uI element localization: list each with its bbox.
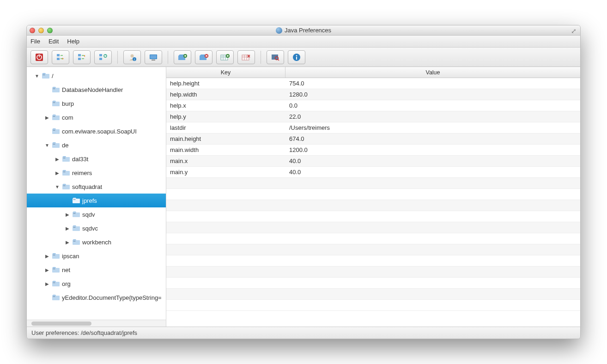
system-prefs-button[interactable] [145,50,162,64]
table-row[interactable]: main.width1200.0 [166,145,580,156]
folder-icon [62,156,70,162]
chevron-right-icon[interactable]: ▶ [44,254,50,259]
svg-rect-56 [53,269,55,269]
svg-rect-30 [53,89,55,89]
svg-rect-50 [73,227,76,228]
table-row[interactable]: help.x0.0 [166,100,580,111]
chevron-down-icon[interactable]: ▼ [55,184,60,189]
folder-icon [42,73,50,79]
table-row[interactable]: help.height754.0 [166,78,580,89]
chevron-right-icon[interactable]: ▶ [44,267,50,273]
tree-node-label: com [62,114,73,121]
app-icon [276,27,282,34]
svg-rect-15 [152,60,155,61]
search-button[interactable] [267,50,284,64]
zoom-icon[interactable] [47,28,53,33]
chevron-right-icon[interactable]: ▶ [44,115,50,120]
folder-icon [52,100,60,107]
user-prefs-button[interactable]: i [123,50,141,64]
folder-icon [62,170,70,176]
status-text: User preferences: /de/softquadrat/jprefs [31,329,137,336]
folder-icon [52,114,60,121]
folder-icon [52,86,60,93]
table-body[interactable]: help.height754.0help.width1280.0help.x0.… [166,78,580,327]
remove-node-button[interactable] [195,50,212,64]
cell-value: 40.0 [285,169,580,176]
minimize-icon[interactable] [38,28,44,33]
tree-import-button[interactable] [73,50,91,64]
folder-icon [52,280,60,287]
tree[interactable]: ▼/DatabaseNodeHandlerburp▶comcom.eviware… [27,67,166,320]
svg-rect-48 [73,213,76,214]
table-row-empty [166,211,580,222]
tree-node[interactable]: DatabaseNodeHandler [27,83,166,97]
tree-node[interactable]: ▶workbench [27,235,166,249]
tree-export-button[interactable] [52,50,69,64]
cell-value: 1280.0 [285,91,580,98]
tree-node[interactable]: ▼de [27,138,166,152]
column-header-value[interactable]: Value [285,67,580,78]
svg-rect-44 [63,186,66,186]
tree-node[interactable]: com.eviware.soapui.SoapUI [27,124,166,138]
toolbar-separator [168,51,168,64]
menu-help[interactable]: Help [67,38,79,45]
tree-node[interactable]: jprefs [27,194,166,207]
tree-node[interactable]: ▼/ [27,69,166,83]
tree-node[interactable]: ▶dal33t [27,152,166,166]
tree-node[interactable]: burp [27,97,166,110]
chevron-down-icon[interactable]: ▼ [44,143,50,148]
menu-file[interactable]: File [30,38,40,45]
tree-node[interactable]: ▶sqdv [27,207,166,221]
chevron-down-icon[interactable]: ▼ [34,73,40,79]
chevron-right-icon[interactable]: ▶ [44,281,50,286]
cell-value: 40.0 [285,158,580,164]
tree-node-label: / [52,73,54,79]
chevron-right-icon[interactable]: ▶ [65,240,70,245]
tree-refresh-button[interactable] [94,50,112,64]
scrollbar-thumb[interactable] [31,322,91,326]
tree-node[interactable]: yEdeditor.DocumentType{typeString= [27,291,166,304]
table-row-empty [166,233,580,244]
cell-key: main.x [166,158,285,164]
add-row-button[interactable] [216,50,234,64]
add-node-button[interactable] [174,50,191,64]
cell-key: lastdir [166,124,285,131]
window-controls [30,28,53,33]
table-row[interactable]: main.height674.0 [166,133,580,145]
table-row[interactable]: help.width1280.0 [166,89,580,100]
fullscreen-icon[interactable]: ⤢ [571,27,577,34]
cell-key: main.y [166,169,285,176]
menu-edit[interactable]: Edit [49,38,59,45]
info-button[interactable] [288,50,305,64]
chevron-right-icon[interactable]: ▶ [55,170,60,176]
tree-node-label: sqdvc [82,225,98,232]
tree-node-label: ipscan [62,253,79,260]
tree-node[interactable]: ▶ipscan [27,249,166,263]
chevron-right-icon[interactable]: ▶ [65,212,70,217]
content-area: ▼/DatabaseNodeHandlerburp▶comcom.eviware… [27,67,580,327]
power-button[interactable] [30,50,48,64]
table-row[interactable]: main.x40.0 [166,156,580,167]
tree-node[interactable]: ▶sqdvc [27,221,166,235]
remove-row-button[interactable] [237,50,255,64]
tree-node[interactable]: ▶com [27,110,166,124]
close-icon[interactable] [30,28,35,33]
svg-rect-14 [150,55,157,59]
table-row[interactable]: main.y40.0 [166,167,580,178]
tree-node-label: yEdeditor.DocumentType{typeString= [62,294,162,301]
horizontal-scrollbar[interactable] [27,320,166,327]
chevron-right-icon[interactable]: ▶ [55,157,60,162]
tree-node[interactable]: ▶org [27,277,166,291]
cell-key: help.height [166,80,285,87]
toolbar-separator [261,51,261,64]
tree-node[interactable]: ▶net [27,263,166,277]
cell-key: help.y [166,113,285,120]
column-header-key[interactable]: Key [166,67,285,78]
statusbar: User preferences: /de/softquadrat/jprefs [27,327,580,339]
tree-node[interactable]: ▼softquadrat [27,180,166,194]
table-row[interactable]: lastdir/Users/treimers [166,122,580,133]
tree-node-label: burp [62,100,74,107]
tree-node[interactable]: ▶reimers [27,166,166,180]
chevron-right-icon[interactable]: ▶ [65,226,70,231]
table-row[interactable]: help.y22.0 [166,111,580,122]
